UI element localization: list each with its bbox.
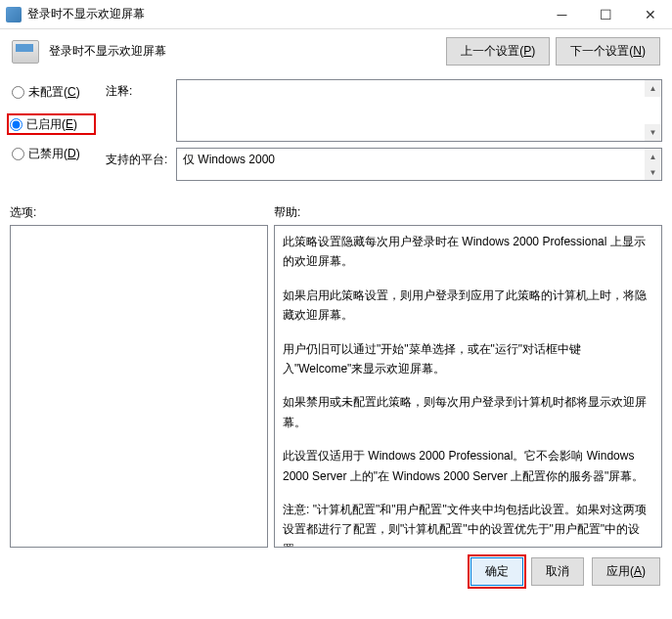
titlebar: 登录时不显示欢迎屏幕 ─ ☐ ✕ (0, 0, 672, 29)
scroll-up-icon[interactable]: ▲ (645, 80, 661, 97)
radio-not-configured-input[interactable] (12, 86, 24, 99)
maximize-button[interactable]: ☐ (584, 0, 628, 28)
comment-textarea[interactable]: ▲ ▼ (176, 79, 662, 142)
platform-box: 仅 Windows 2000 ▲ ▼ (176, 148, 662, 181)
scroll-up-icon[interactable]: ▲ (645, 149, 661, 164)
radio-enabled-label: 已启用(E) (26, 116, 77, 133)
window-title: 登录时不显示欢迎屏幕 (27, 6, 145, 22)
help-paragraph: 此设置仅适用于 Windows 2000 Professional。它不会影响 … (283, 446, 653, 486)
help-label: 帮助: (274, 204, 300, 221)
comment-label: 注释: (106, 79, 176, 142)
scroll-down-icon[interactable]: ▼ (645, 124, 661, 141)
cancel-button[interactable]: 取消 (531, 557, 584, 586)
radio-not-configured-label: 未配置(C) (28, 84, 80, 101)
help-paragraph: 注意: "计算机配置"和"用户配置"文件夹中均包括此设置。如果对这两项设置都进行… (283, 500, 653, 548)
radio-disabled[interactable]: 已禁用(D) (10, 145, 96, 163)
radio-disabled-input[interactable] (12, 148, 24, 160)
platform-value: 仅 Windows 2000 (183, 153, 275, 166)
radio-disabled-label: 已禁用(D) (28, 146, 80, 162)
policy-icon (12, 40, 39, 64)
radio-not-configured[interactable]: 未配置(C) (10, 83, 96, 102)
help-paragraph: 用户仍旧可以通过"开始"菜单选择，或在"运行"对话框中键入"Welcome"来显… (283, 339, 653, 379)
policy-title: 登录时不显示欢迎屏幕 (49, 43, 436, 60)
help-paragraph: 如果禁用或未配置此策略，则每次用户登录到计算机时都将显示欢迎屏幕。 (283, 392, 653, 432)
scroll-down-icon[interactable]: ▼ (645, 164, 661, 180)
help-panel[interactable]: 此策略设置隐藏每次用户登录时在 Windows 2000 Professiona… (274, 225, 662, 548)
close-button[interactable]: ✕ (628, 0, 672, 28)
minimize-button[interactable]: ─ (540, 0, 584, 28)
apply-button[interactable]: 应用(A) (592, 557, 660, 586)
next-setting-button[interactable]: 下一个设置(N) (556, 37, 660, 66)
previous-setting-button[interactable]: 上一个设置(P) (446, 37, 550, 66)
help-paragraph: 如果启用此策略设置，则用户登录到应用了此策略的计算机上时，将隐藏欢迎屏幕。 (283, 286, 653, 326)
radio-enabled-input[interactable] (10, 118, 22, 131)
window-icon (6, 7, 22, 22)
ok-button[interactable]: 确定 (470, 557, 523, 586)
options-label: 选项: (10, 204, 274, 221)
options-panel (10, 225, 268, 548)
help-paragraph: 此策略设置隐藏每次用户登录时在 Windows 2000 Professiona… (283, 232, 653, 272)
platform-label: 支持的平台: (106, 148, 176, 181)
radio-enabled[interactable]: 已启用(E) (7, 113, 96, 135)
